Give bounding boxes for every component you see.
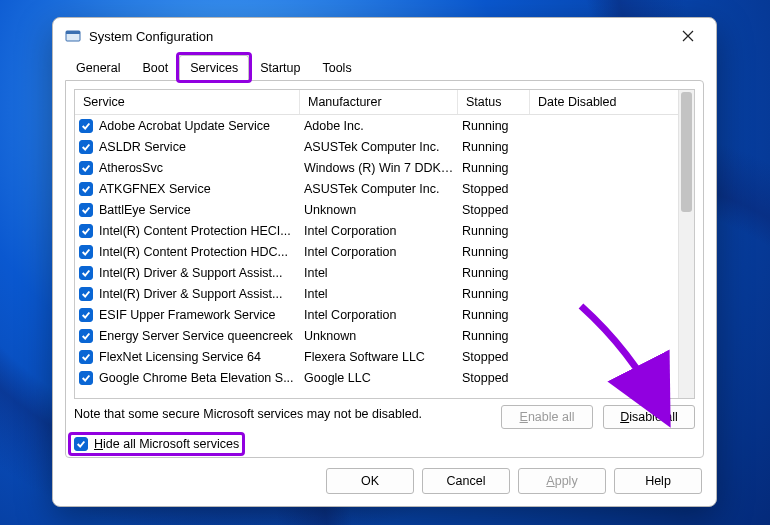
table-row[interactable]: Adobe Acrobat Update ServiceAdobe Inc.Ru… — [75, 115, 678, 136]
table-row[interactable]: FlexNet Licensing Service 64Flexera Soft… — [75, 346, 678, 367]
service-status: Running — [462, 140, 534, 154]
service-status: Stopped — [462, 182, 534, 196]
header-date-disabled[interactable]: Date Disabled — [530, 90, 678, 114]
service-name: ASLDR Service — [99, 140, 186, 154]
titlebar: System Configuration — [53, 18, 716, 54]
service-manufacturer: Intel — [304, 287, 462, 301]
service-checkbox[interactable] — [79, 203, 93, 217]
service-manufacturer: ASUSTek Computer Inc. — [304, 182, 462, 196]
service-checkbox[interactable] — [79, 266, 93, 280]
service-name: BattlEye Service — [99, 203, 191, 217]
service-status: Stopped — [462, 371, 534, 385]
table-row[interactable]: ASLDR ServiceASUSTek Computer Inc.Runnin… — [75, 136, 678, 157]
column-headers[interactable]: Service Manufacturer Status Date Disable… — [75, 90, 678, 115]
service-manufacturer: Flexera Software LLC — [304, 350, 462, 364]
service-status: Running — [462, 119, 534, 133]
service-status: Running — [462, 224, 534, 238]
service-status: Stopped — [462, 203, 534, 217]
apply-button[interactable]: Apply — [518, 468, 606, 494]
service-manufacturer: Unknown — [304, 329, 462, 343]
service-status: Running — [462, 308, 534, 322]
service-manufacturer: ASUSTek Computer Inc. — [304, 140, 462, 154]
table-row[interactable]: Intel(R) Driver & Support Assist...Intel… — [75, 283, 678, 304]
header-manufacturer[interactable]: Manufacturer — [300, 90, 458, 114]
svg-rect-1 — [66, 31, 80, 34]
service-name: Intel(R) Driver & Support Assist... — [99, 266, 282, 280]
table-row[interactable]: ESIF Upper Framework ServiceIntel Corpor… — [75, 304, 678, 325]
service-status: Running — [462, 287, 534, 301]
service-name: AtherosSvc — [99, 161, 163, 175]
services-list[interactable]: Service Manufacturer Status Date Disable… — [74, 89, 695, 399]
service-checkbox[interactable] — [79, 161, 93, 175]
service-name: Intel(R) Content Protection HECI... — [99, 224, 291, 238]
service-manufacturer: Intel Corporation — [304, 224, 462, 238]
secure-services-note: Note that some secure Microsoft services… — [74, 405, 491, 421]
service-manufacturer: Intel Corporation — [304, 245, 462, 259]
service-status: Running — [462, 266, 534, 280]
table-row[interactable]: Intel(R) Content Protection HECI...Intel… — [75, 220, 678, 241]
service-checkbox[interactable] — [79, 140, 93, 154]
service-name: FlexNet Licensing Service 64 — [99, 350, 261, 364]
scrollbar[interactable] — [678, 90, 694, 398]
service-checkbox[interactable] — [79, 329, 93, 343]
close-button[interactable] — [668, 21, 708, 51]
service-name: ESIF Upper Framework Service — [99, 308, 275, 322]
service-name: Google Chrome Beta Elevation S... — [99, 371, 294, 385]
hide-microsoft-label: Hide all Microsoft services — [94, 437, 239, 451]
service-checkbox[interactable] — [79, 287, 93, 301]
service-checkbox[interactable] — [79, 308, 93, 322]
service-checkbox[interactable] — [79, 350, 93, 364]
service-status: Running — [462, 329, 534, 343]
service-status: Running — [462, 245, 534, 259]
service-checkbox[interactable] — [79, 371, 93, 385]
window-title: System Configuration — [89, 29, 213, 44]
disable-all-button[interactable]: Disable all — [603, 405, 695, 429]
table-row[interactable]: ATKGFNEX ServiceASUSTek Computer Inc.Sto… — [75, 178, 678, 199]
service-manufacturer: Intel — [304, 266, 462, 280]
enable-all-button[interactable]: Enable all — [501, 405, 593, 429]
dialog-footer: OK Cancel Apply Help — [53, 458, 716, 506]
header-status[interactable]: Status — [458, 90, 530, 114]
system-configuration-window: System Configuration General Boot Servic… — [52, 17, 717, 507]
help-button[interactable]: Help — [614, 468, 702, 494]
ok-button[interactable]: OK — [326, 468, 414, 494]
app-icon — [65, 28, 81, 44]
service-manufacturer: Intel Corporation — [304, 308, 462, 322]
service-manufacturer: Unknown — [304, 203, 462, 217]
table-row[interactable]: Intel(R) Driver & Support Assist...Intel… — [75, 262, 678, 283]
tabstrip: General Boot Services Startup Tools — [53, 54, 716, 80]
hide-microsoft-checkbox[interactable] — [74, 437, 88, 451]
service-checkbox[interactable] — [79, 224, 93, 238]
table-row[interactable]: AtherosSvcWindows (R) Win 7 DDK p...Runn… — [75, 157, 678, 178]
services-pane: Service Manufacturer Status Date Disable… — [65, 80, 704, 458]
tab-tools[interactable]: Tools — [311, 55, 362, 81]
table-row[interactable]: Google Chrome Beta Elevation S...Google … — [75, 367, 678, 388]
header-service[interactable]: Service — [75, 90, 300, 114]
service-checkbox[interactable] — [79, 182, 93, 196]
table-row[interactable]: Intel(R) Content Protection HDC...Intel … — [75, 241, 678, 262]
service-status: Stopped — [462, 350, 534, 364]
tab-services[interactable]: Services — [179, 55, 249, 81]
table-row[interactable]: Energy Server Service queencreekUnknownR… — [75, 325, 678, 346]
service-checkbox[interactable] — [79, 119, 93, 133]
service-name: Intel(R) Driver & Support Assist... — [99, 287, 282, 301]
table-row[interactable]: BattlEye ServiceUnknownStopped — [75, 199, 678, 220]
tab-startup[interactable]: Startup — [249, 55, 311, 81]
service-manufacturer: Windows (R) Win 7 DDK p... — [304, 161, 462, 175]
service-name: Energy Server Service queencreek — [99, 329, 293, 343]
scrollbar-thumb[interactable] — [681, 92, 692, 212]
service-name: Adobe Acrobat Update Service — [99, 119, 270, 133]
service-name: ATKGFNEX Service — [99, 182, 211, 196]
service-name: Intel(R) Content Protection HDC... — [99, 245, 288, 259]
cancel-button[interactable]: Cancel — [422, 468, 510, 494]
service-manufacturer: Google LLC — [304, 371, 462, 385]
hide-microsoft-row[interactable]: Hide all Microsoft services — [74, 437, 239, 451]
service-manufacturer: Adobe Inc. — [304, 119, 462, 133]
service-status: Running — [462, 161, 534, 175]
tab-boot[interactable]: Boot — [131, 55, 179, 81]
tab-general[interactable]: General — [65, 55, 131, 81]
service-checkbox[interactable] — [79, 245, 93, 259]
